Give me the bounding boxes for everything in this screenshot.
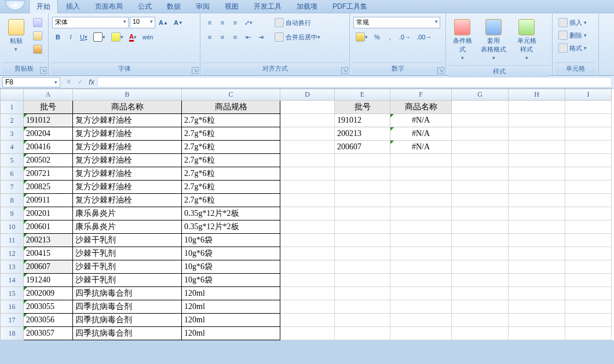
cell-I2[interactable] <box>565 114 612 127</box>
align-middle[interactable]: ≡ <box>217 17 228 28</box>
cell-H17[interactable] <box>509 314 565 327</box>
cell-E18[interactable] <box>335 327 390 340</box>
cell-F2[interactable]: #N/A <box>390 114 452 127</box>
cell-B17[interactable]: 四季抗病毒合剂 <box>73 314 182 327</box>
row-header[interactable]: 3 <box>1 127 24 141</box>
cell-B16[interactable]: 四季抗病毒合剂 <box>73 300 182 314</box>
cell-G12[interactable] <box>452 247 509 260</box>
copy-button[interactable] <box>31 30 45 42</box>
row-header[interactable]: 2 <box>1 114 24 127</box>
row-header[interactable]: 1 <box>1 101 24 114</box>
cell-F14[interactable] <box>390 274 452 287</box>
cell-D1[interactable] <box>280 101 335 114</box>
cell-C5[interactable]: 2.7g*6粒 <box>182 154 280 167</box>
cell-D6[interactable] <box>280 167 335 181</box>
row-header[interactable]: 11 <box>1 234 24 247</box>
cell-B1[interactable]: 商品名称 <box>73 101 182 114</box>
cell-D10[interactable] <box>280 220 335 234</box>
cell-A15[interactable]: 2002009 <box>24 287 73 300</box>
indent-increase[interactable]: ⇥ <box>255 31 266 43</box>
col-header-A[interactable]: A <box>24 89 73 101</box>
cell-D12[interactable] <box>280 247 335 260</box>
cell-E8[interactable] <box>335 194 390 207</box>
col-header-F[interactable]: F <box>390 89 452 101</box>
cell-F6[interactable] <box>390 167 452 181</box>
cell-F4[interactable]: #N/A <box>390 141 452 154</box>
cell-B4[interactable]: 复方沙棘籽油栓 <box>73 141 182 154</box>
cell-D14[interactable] <box>280 274 335 287</box>
cell-F15[interactable] <box>390 287 452 300</box>
cell-F13[interactable] <box>390 260 452 274</box>
cell-E2[interactable]: 191012 <box>335 114 390 127</box>
cell-G5[interactable] <box>452 154 509 167</box>
cell-I3[interactable] <box>565 127 612 141</box>
cell-F7[interactable] <box>390 181 452 194</box>
enter-formula[interactable]: ✓ <box>74 76 86 88</box>
number-format-combo[interactable]: 常规 <box>353 17 440 28</box>
cell-D15[interactable] <box>280 287 335 300</box>
cell-H11[interactable] <box>509 234 565 247</box>
tab-5[interactable]: 审阅 <box>189 0 217 13</box>
cell-H1[interactable] <box>509 101 565 114</box>
cell-G10[interactable] <box>452 220 509 234</box>
cell-C9[interactable]: 0.35g*12片*2板 <box>182 207 280 220</box>
cell-G9[interactable] <box>452 207 509 220</box>
cell-I5[interactable] <box>565 154 612 167</box>
cell-G18[interactable] <box>452 327 509 340</box>
row-header[interactable]: 16 <box>1 300 24 314</box>
cell-F9[interactable] <box>390 207 452 220</box>
cell-B18[interactable]: 四季抗病毒合剂 <box>73 327 182 340</box>
select-all-corner[interactable] <box>1 89 24 101</box>
cell-G17[interactable] <box>452 314 509 327</box>
decrease-decimal[interactable]: .00→ <box>414 31 434 43</box>
cell-B11[interactable]: 沙棘干乳剂 <box>73 234 182 247</box>
cell-I6[interactable] <box>565 167 612 181</box>
cell-F18[interactable] <box>390 327 452 340</box>
cell-D11[interactable] <box>280 234 335 247</box>
cell-C1[interactable]: 商品规格 <box>182 101 280 114</box>
cell-E13[interactable] <box>335 260 390 274</box>
cell-D5[interactable] <box>280 154 335 167</box>
cell-G7[interactable] <box>452 181 509 194</box>
cell-I10[interactable] <box>565 220 612 234</box>
number-launcher[interactable]: ↘ <box>437 67 444 74</box>
cell-C18[interactable]: 120ml <box>182 327 280 340</box>
font-size-combo[interactable]: 10 <box>130 17 155 28</box>
cell-H13[interactable] <box>509 260 565 274</box>
align-bottom[interactable]: ≡ <box>229 17 241 28</box>
bold-button[interactable]: B <box>52 31 64 43</box>
border-button[interactable] <box>91 31 108 43</box>
cell-G1[interactable] <box>452 101 509 114</box>
cell-I16[interactable] <box>565 300 612 314</box>
cell-I1[interactable] <box>565 101 612 114</box>
conditional-format-button[interactable]: 条件格式▾ <box>449 17 475 63</box>
cell-H5[interactable] <box>509 154 565 167</box>
indent-decrease[interactable]: ⇤ <box>242 31 254 43</box>
row-header[interactable]: 6 <box>1 167 24 181</box>
cell-I8[interactable] <box>565 194 612 207</box>
cell-I14[interactable] <box>565 274 612 287</box>
cell-D13[interactable] <box>280 260 335 274</box>
cell-C3[interactable]: 2.7g*6粒 <box>182 127 280 141</box>
cell-C16[interactable]: 120ml <box>182 300 280 314</box>
cell-B13[interactable]: 沙棘干乳剂 <box>73 260 182 274</box>
cell-C7[interactable]: 2.7g*6粒 <box>182 181 280 194</box>
insert-cells-button[interactable]: 插入 ▾ <box>556 17 593 28</box>
cell-A7[interactable]: 200825 <box>24 181 73 194</box>
col-header-G[interactable]: G <box>452 89 509 101</box>
cell-H8[interactable] <box>509 194 565 207</box>
cell-A11[interactable]: 200213 <box>24 234 73 247</box>
tab-4[interactable]: 数据 <box>160 0 188 13</box>
phonetic-button[interactable]: wén <box>140 31 155 43</box>
cell-A16[interactable]: 2003055 <box>24 300 73 314</box>
percent-button[interactable]: % <box>371 31 383 43</box>
align-left[interactable]: ≡ <box>204 31 215 43</box>
increase-decimal[interactable]: .0→ <box>397 31 413 43</box>
italic-button[interactable]: I <box>65 31 76 43</box>
cell-C12[interactable]: 10g*6袋 <box>182 247 280 260</box>
cell-I4[interactable] <box>565 141 612 154</box>
row-header[interactable]: 5 <box>1 154 24 167</box>
cell-B7[interactable]: 复方沙棘籽油栓 <box>73 181 182 194</box>
cell-I13[interactable] <box>565 260 612 274</box>
cell-C8[interactable]: 2.7g*6粒 <box>182 194 280 207</box>
